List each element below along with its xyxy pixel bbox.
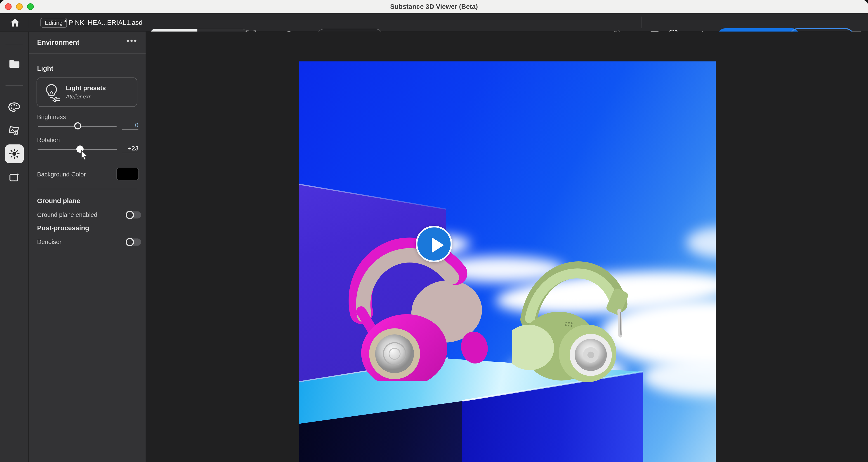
sun-icon bbox=[8, 148, 20, 159]
sidebar-item-edit-image[interactable] bbox=[5, 168, 24, 187]
toolbar-separator bbox=[29, 16, 29, 28]
brightness-slider-knob[interactable] bbox=[74, 122, 81, 129]
cursor-icon bbox=[81, 150, 90, 160]
panel-header: Environment ••• bbox=[29, 32, 146, 54]
left-rail bbox=[0, 32, 29, 462]
rail-separator bbox=[5, 43, 23, 44]
panel-title: Environment bbox=[37, 39, 79, 46]
home-icon bbox=[10, 18, 20, 28]
sidebar-item-files[interactable] bbox=[5, 54, 24, 73]
titlebar: Substance 3D Viewer (Beta) bbox=[0, 0, 868, 13]
folder-icon bbox=[8, 59, 20, 68]
ground-plane-toggle[interactable] bbox=[126, 211, 141, 219]
home-button[interactable] bbox=[9, 17, 21, 28]
image-edit-icon bbox=[8, 172, 20, 183]
denoiser-toggle-knob[interactable] bbox=[126, 238, 134, 246]
denoiser-label: Denoiser bbox=[37, 238, 61, 245]
play-icon bbox=[432, 237, 444, 253]
document-filename: * PINK_HEA...ERIAL1.asd bbox=[64, 19, 143, 26]
ground-plane-toggle-knob[interactable] bbox=[126, 211, 134, 219]
rotation-slider[interactable] bbox=[38, 145, 117, 153]
light-section-heading: Light bbox=[37, 65, 53, 72]
light-presets-value: Atelier.exr bbox=[66, 94, 106, 100]
rotation-value[interactable]: +23 bbox=[122, 145, 138, 154]
toolbar-separator bbox=[641, 16, 642, 28]
rotation-label: Rotation bbox=[37, 137, 60, 143]
render-canvas[interactable] bbox=[299, 61, 716, 462]
ground-plane-heading: Ground plane bbox=[37, 197, 80, 205]
viewport bbox=[146, 32, 868, 462]
rail-separator bbox=[5, 85, 23, 86]
image-sparkle-icon bbox=[8, 126, 20, 136]
ground-plane-label: Ground plane enabled bbox=[37, 211, 97, 218]
sidebar-item-materials[interactable] bbox=[5, 97, 24, 116]
background-color-swatch[interactable] bbox=[117, 168, 138, 179]
cloud bbox=[686, 228, 716, 258]
brightness-value[interactable]: 0 bbox=[122, 122, 138, 130]
light-presets-card[interactable]: Light presets Atelier.exr bbox=[37, 77, 137, 107]
background-color-label: Background Color bbox=[37, 171, 86, 177]
window-title: Substance 3D Viewer (Beta) bbox=[0, 0, 868, 13]
play-button[interactable] bbox=[416, 226, 452, 262]
post-processing-heading: Post-processing bbox=[37, 224, 89, 232]
more-options-button[interactable]: ••• bbox=[126, 37, 138, 45]
sidebar-item-images[interactable] bbox=[5, 121, 24, 140]
sidebar-item-environment[interactable] bbox=[5, 144, 24, 163]
toolbar: Editing * PINK_HEA...ERIAL1.asd Canvas 3… bbox=[0, 13, 868, 32]
brightness-slider[interactable] bbox=[38, 122, 117, 129]
lightbulb-icon bbox=[43, 83, 60, 101]
app-window: Substance 3D Viewer (Beta) Editing * PIN… bbox=[0, 0, 868, 462]
editing-badge: Editing bbox=[40, 18, 67, 28]
environment-panel: Environment ••• Light Light presets Atel… bbox=[29, 32, 146, 462]
palette-icon bbox=[8, 102, 20, 111]
panel-divider bbox=[37, 189, 137, 189]
light-presets-title: Light presets bbox=[66, 85, 106, 91]
green-headphones bbox=[512, 243, 639, 387]
pink-headphones bbox=[327, 204, 498, 381]
denoiser-toggle[interactable] bbox=[126, 238, 141, 246]
brightness-label: Brightness bbox=[37, 113, 66, 120]
